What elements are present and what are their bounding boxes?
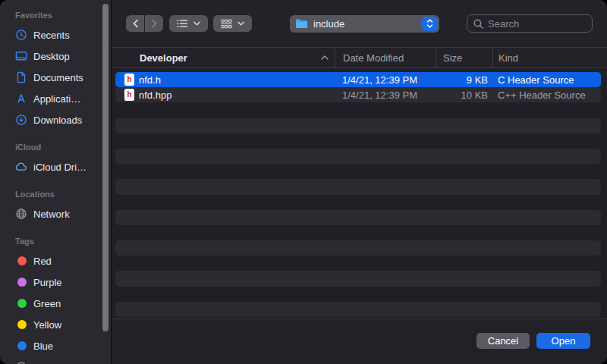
sidebar-section-locations: LocationsNetwork xyxy=(0,188,111,224)
sidebar-section-label: iCloud xyxy=(0,141,111,153)
sidebar-item-label: Applicati… xyxy=(33,93,80,105)
history-nav xyxy=(126,15,163,32)
file-name-cell: hnfd.h xyxy=(115,74,335,86)
desktop-icon xyxy=(15,50,27,62)
empty-list-row xyxy=(115,102,601,118)
sidebar-section-favorites: FavoritesRecentsDesktopDocumentsApplicat… xyxy=(0,9,111,130)
file-name: nfd.h xyxy=(139,74,161,86)
tag-dot xyxy=(15,297,27,309)
file-row-nfd.h[interactable]: hnfd.h1/4/21, 12:39 PM9 KBC Header Sourc… xyxy=(115,72,601,87)
sidebar-item-all-tags[interactable]: All Tags xyxy=(0,356,111,364)
list-view-icon xyxy=(177,19,188,28)
appstore-icon xyxy=(15,93,27,105)
toolbar: include xyxy=(112,0,607,47)
cancel-button[interactable]: Cancel xyxy=(476,333,530,349)
empty-list-row xyxy=(115,225,601,240)
sidebar-item-yellow[interactable]: Yellow xyxy=(0,314,111,335)
circle-icon xyxy=(15,361,27,364)
file-size: 9 KB xyxy=(436,74,492,86)
empty-list-row xyxy=(115,179,601,194)
chevron-down-icon xyxy=(237,21,244,26)
sidebar-item-green[interactable]: Green xyxy=(0,293,111,314)
search-field[interactable] xyxy=(467,14,593,33)
sidebar-item-label: iCloud Dri… xyxy=(33,162,86,173)
sidebar-section-label: Locations xyxy=(0,188,111,200)
file-list: hnfd.h1/4/21, 12:39 PM9 KBC Header Sourc… xyxy=(112,68,607,318)
file-name-cell: hnfd.hpp xyxy=(115,89,335,101)
sidebar-item-desktop[interactable]: Desktop xyxy=(0,46,111,67)
file-kind: C Header Source xyxy=(492,74,601,86)
up-down-chevrons-icon xyxy=(426,19,433,28)
column-header-date-modified[interactable]: Date Modified xyxy=(335,48,436,67)
sidebar-scrollbar-thumb[interactable] xyxy=(102,4,109,331)
sidebar-item-downloads[interactable]: Downloads xyxy=(0,109,111,130)
sidebar-item-documents[interactable]: Documents xyxy=(0,67,111,88)
search-icon xyxy=(473,19,483,29)
column-header-label: Size xyxy=(443,52,462,64)
file-date-modified: 1/4/21, 12:39 PM xyxy=(335,74,436,86)
empty-list-row xyxy=(115,302,601,317)
column-header-kind[interactable]: Kind xyxy=(492,48,607,67)
chevron-right-icon xyxy=(151,19,158,28)
forward-button[interactable] xyxy=(145,15,163,32)
sidebar-item-icloud-dri[interactable]: iCloud Dri… xyxy=(0,156,111,177)
back-button[interactable] xyxy=(126,15,144,32)
folder-stepper-button[interactable] xyxy=(422,17,438,31)
sidebar-item-label: Documents xyxy=(33,72,83,83)
empty-list-row xyxy=(115,149,601,164)
column-headers: DeveloperDate ModifiedSizeKind xyxy=(112,47,607,68)
main-pane: include DeveloperDate ModifiedSizeKind h… xyxy=(111,0,607,364)
current-folder-label: include xyxy=(313,18,422,30)
sidebar-item-label: Purple xyxy=(33,277,62,288)
file-date-modified: 1/4/21, 12:39 PM xyxy=(335,89,436,101)
search-input[interactable] xyxy=(488,18,586,30)
file-kind: C++ Header Source xyxy=(492,89,601,101)
column-header-size[interactable]: Size xyxy=(436,48,492,67)
column-header-label: Date Modified xyxy=(343,52,404,64)
sidebar-item-label: Network xyxy=(33,209,70,220)
column-header-label: Developer xyxy=(140,52,187,64)
download-icon xyxy=(15,114,27,126)
sidebar-item-label: Desktop xyxy=(33,51,70,62)
sidebar-item-label: Recents xyxy=(33,30,70,41)
sidebar-item-blue[interactable]: Blue xyxy=(0,335,111,356)
sidebar-section-icloud: iCloudiCloud Dri… xyxy=(0,141,111,177)
tag-dot xyxy=(15,340,27,352)
empty-list-row xyxy=(115,287,601,302)
open-button[interactable]: Open xyxy=(536,333,590,349)
empty-list-row xyxy=(115,271,601,286)
group-view-button[interactable] xyxy=(213,15,252,32)
empty-list-row xyxy=(115,133,601,149)
list-view-button[interactable] xyxy=(169,15,208,32)
empty-list-row xyxy=(115,210,601,225)
tag-dot xyxy=(15,318,27,331)
tag-dot xyxy=(15,276,27,288)
open-file-dialog: FavoritesRecentsDesktopDocumentsApplicat… xyxy=(0,0,607,364)
cloud-icon xyxy=(15,161,27,173)
sidebar-item-recents[interactable]: Recents xyxy=(0,24,111,46)
sidebar-item-label: Yellow xyxy=(33,319,61,331)
h-file-icon: h xyxy=(124,89,134,101)
empty-list-row xyxy=(115,240,601,256)
folder-icon xyxy=(295,18,308,29)
sidebar-item-label: Red xyxy=(33,256,52,267)
sidebar-item-purple[interactable]: Purple xyxy=(0,271,111,293)
sidebar-section-label: Favorites xyxy=(0,9,111,21)
sidebar-item-red[interactable]: Red xyxy=(0,250,111,271)
file-size: 10 KB xyxy=(436,89,492,101)
column-header-developer[interactable]: Developer xyxy=(112,48,335,67)
chevron-down-icon xyxy=(193,21,200,26)
sidebar-item-applicati[interactable]: Applicati… xyxy=(0,88,111,109)
file-row-nfd.hpp[interactable]: hnfd.hpp1/4/21, 12:39 PM10 KBC++ Header … xyxy=(115,87,601,102)
empty-list-row xyxy=(115,164,601,179)
chevron-left-icon xyxy=(132,19,139,28)
clock-icon xyxy=(15,29,27,41)
sidebar-item-label: Downloads xyxy=(33,115,82,126)
globe-icon xyxy=(15,208,27,220)
empty-list-row xyxy=(115,195,601,210)
sidebar-item-label: Blue xyxy=(33,340,53,352)
tag-dot xyxy=(15,255,27,267)
dialog-footer: Cancel Open xyxy=(112,318,607,364)
current-folder-dropdown[interactable]: include xyxy=(290,15,439,33)
sidebar-item-network[interactable]: Network xyxy=(0,203,111,224)
